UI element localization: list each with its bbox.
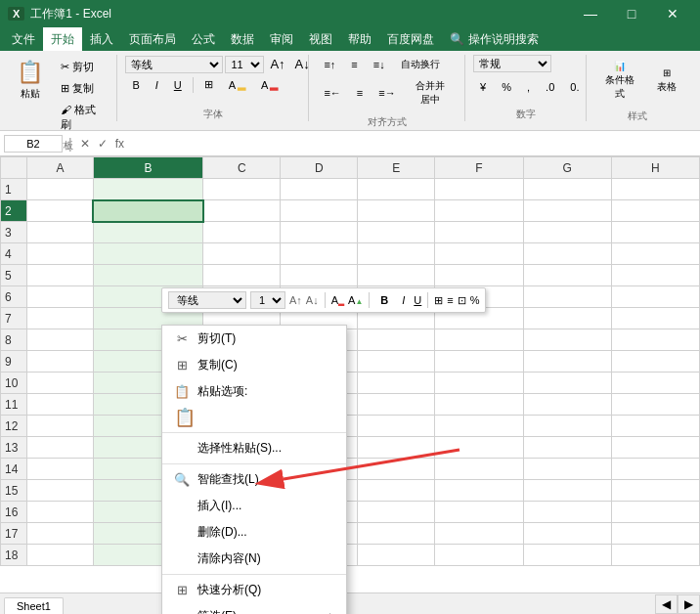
- cell-c3[interactable]: [203, 222, 281, 243]
- ctx-copy[interactable]: ⊞ 复制(C): [162, 352, 346, 378]
- menu-search[interactable]: 🔍 操作说明搜索: [442, 27, 547, 51]
- border-button[interactable]: ⊞: [197, 75, 220, 94]
- menu-baidu[interactable]: 百度网盘: [379, 27, 442, 51]
- menu-home[interactable]: 开始: [43, 27, 82, 51]
- menu-data[interactable]: 数据: [223, 27, 262, 51]
- cell-c2[interactable]: [203, 200, 281, 222]
- col-header-g[interactable]: G: [523, 157, 611, 179]
- ctx-paste-special[interactable]: 选择性粘贴(S)...: [162, 435, 346, 461]
- mini-more[interactable]: ≡: [447, 294, 453, 306]
- mini-size-select[interactable]: 11: [250, 291, 285, 309]
- cell-d1[interactable]: [281, 179, 358, 200]
- cell-h2[interactable]: [611, 200, 699, 222]
- increase-decimal-button[interactable]: .0: [539, 78, 561, 96]
- ctx-filter[interactable]: 筛选(E) ▶: [162, 603, 346, 614]
- menu-page-layout[interactable]: 页面布局: [121, 27, 184, 51]
- currency-button[interactable]: ¥: [473, 78, 493, 96]
- align-left-button[interactable]: ≡←: [317, 84, 347, 102]
- menu-insert[interactable]: 插入: [82, 27, 121, 51]
- cell-a3[interactable]: [27, 222, 94, 243]
- menu-review[interactable]: 审阅: [262, 27, 301, 51]
- maximize-button[interactable]: □: [612, 0, 651, 27]
- fill-color-button[interactable]: A▂: [222, 75, 252, 94]
- scroll-right-button[interactable]: ▶: [678, 594, 700, 614]
- align-top-button[interactable]: ≡↑: [317, 56, 342, 73]
- mini-font-select[interactable]: 等线: [168, 291, 246, 309]
- ctx-cut[interactable]: ✂ 剪切(T): [162, 326, 346, 352]
- col-header-h[interactable]: H: [611, 157, 699, 179]
- col-header-a[interactable]: A: [27, 157, 94, 179]
- copy-button[interactable]: ⊞ 复制: [54, 78, 109, 99]
- menu-file[interactable]: 文件: [4, 27, 43, 51]
- cell-reference-input[interactable]: [4, 135, 63, 153]
- menu-formulas[interactable]: 公式: [184, 27, 223, 51]
- cell-a2[interactable]: [27, 200, 94, 222]
- align-right-button[interactable]: ≡→: [372, 84, 402, 102]
- ctx-quick-analysis[interactable]: ⊞ 快速分析(Q): [162, 577, 346, 603]
- cell-b2[interactable]: [93, 200, 203, 222]
- align-center-button[interactable]: ≡: [350, 84, 370, 102]
- cell-b1[interactable]: [93, 179, 203, 200]
- menu-help[interactable]: 帮助: [340, 27, 379, 51]
- mini-merge[interactable]: ⊡: [458, 294, 466, 307]
- mini-decrease-font[interactable]: A↓: [306, 294, 319, 306]
- cell-g1[interactable]: [523, 179, 611, 200]
- mini-highlight-color[interactable]: A▲: [348, 294, 363, 306]
- col-header-d[interactable]: D: [281, 157, 358, 179]
- percent-button[interactable]: %: [495, 78, 518, 96]
- ctx-smart-find[interactable]: 🔍 智能查找(L): [162, 466, 346, 493]
- scroll-left-button[interactable]: ◀: [655, 594, 678, 614]
- ctx-delete[interactable]: 删除(D)...: [162, 519, 346, 546]
- cell-d2[interactable]: [281, 200, 358, 222]
- mini-underline[interactable]: U: [414, 294, 421, 306]
- decrease-font-button[interactable]: A↓: [291, 55, 314, 73]
- cell-g2[interactable]: [523, 200, 611, 222]
- increase-font-button[interactable]: A↑: [266, 55, 288, 73]
- cell-c1[interactable]: [203, 179, 281, 200]
- col-header-c[interactable]: C: [203, 157, 281, 179]
- ctx-clear[interactable]: 清除内容(N): [162, 546, 346, 572]
- mini-percent[interactable]: %: [470, 294, 480, 306]
- font-color-button[interactable]: A▂: [254, 75, 284, 94]
- cancel-icon[interactable]: ✕: [78, 137, 92, 151]
- cell-e1[interactable]: [358, 179, 435, 200]
- align-bottom-button[interactable]: ≡↓: [367, 56, 392, 73]
- number-format-select[interactable]: 常规: [473, 55, 551, 72]
- mini-bold-button[interactable]: B: [375, 292, 393, 308]
- col-header-f[interactable]: F: [435, 157, 523, 179]
- wrap-text-button[interactable]: 自动换行: [394, 55, 447, 74]
- comma-button[interactable]: ,: [520, 78, 537, 96]
- function-icon[interactable]: fx: [113, 137, 126, 151]
- close-button[interactable]: ✕: [653, 0, 692, 27]
- formula-input[interactable]: [130, 135, 696, 153]
- align-middle-button[interactable]: ≡: [344, 56, 364, 73]
- ctx-insert[interactable]: 插入(I)...: [162, 493, 346, 519]
- col-header-b[interactable]: B: [93, 157, 203, 179]
- cell-f2[interactable]: [435, 200, 523, 222]
- cell-a4[interactable]: [27, 243, 94, 265]
- cell-h1[interactable]: [611, 179, 699, 200]
- minimize-button[interactable]: —: [571, 0, 610, 27]
- mini-increase-font[interactable]: A↑: [289, 294, 302, 306]
- sheet-tab-sheet1[interactable]: Sheet1: [4, 597, 64, 614]
- cell-b4[interactable]: [93, 243, 203, 265]
- cut-button[interactable]: ✂ 剪切: [54, 57, 109, 77]
- col-header-e[interactable]: E: [358, 157, 435, 179]
- menu-view[interactable]: 视图: [301, 27, 340, 51]
- cell-f1[interactable]: [435, 179, 523, 200]
- font-size-select[interactable]: 11: [225, 56, 264, 73]
- cell-b3[interactable]: [93, 222, 203, 243]
- paste-button[interactable]: 📋 粘贴: [8, 55, 52, 106]
- mini-italic-button[interactable]: I: [397, 292, 410, 308]
- bold-button[interactable]: B: [125, 76, 146, 94]
- italic-button[interactable]: I: [149, 76, 165, 94]
- decrease-decimal-button[interactable]: 0.: [563, 78, 586, 96]
- mini-font-color[interactable]: A▂: [331, 294, 344, 306]
- mini-border[interactable]: ⊞: [434, 294, 443, 307]
- underline-button[interactable]: U: [167, 76, 189, 94]
- cell-a1[interactable]: [27, 179, 94, 200]
- conditional-format-button[interactable]: 📊 条件格式: [594, 55, 645, 106]
- cell-e2[interactable]: [358, 200, 435, 222]
- confirm-icon[interactable]: ✓: [96, 137, 109, 151]
- table-format-button[interactable]: ⊞ 表格: [647, 55, 686, 106]
